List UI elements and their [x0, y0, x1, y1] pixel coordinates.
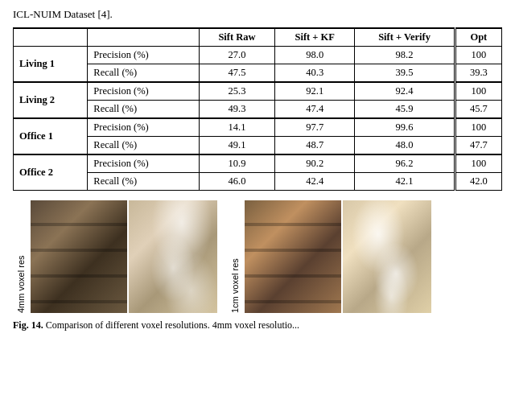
img-pair-1cm [245, 200, 431, 313]
scene-label: Office 2 [14, 154, 88, 191]
col-header-sift-verify: Sift + Verify [355, 28, 455, 47]
metric-label: Recall (%) [88, 137, 200, 155]
scene-label: Office 1 [14, 118, 88, 154]
caption-text: Comparison of different voxel resolution… [46, 319, 299, 331]
figure-caption: Fig. 14. Comparison of different voxel r… [13, 319, 502, 331]
opt-value: 45.7 [455, 101, 501, 119]
sift-kf-value: 92.1 [275, 82, 355, 101]
sift-raw-value: 49.1 [199, 137, 274, 155]
photo-4mm-color [31, 200, 127, 313]
image-group-1cm: 1cm voxel res [245, 200, 431, 313]
sift-kf-value: 42.4 [275, 173, 355, 191]
metric-label: Recall (%) [88, 64, 200, 83]
opt-value: 42.0 [455, 173, 501, 191]
col-header-sift-kf: Sift + KF [275, 28, 355, 47]
voxel-label-1cm: 1cm voxel res [230, 200, 240, 313]
metric-label: Precision (%) [88, 82, 200, 101]
opt-value: 100 [455, 118, 501, 137]
img-pair-4mm [31, 200, 217, 313]
scene-label: Living 2 [14, 82, 88, 118]
metric-label: Recall (%) [88, 101, 200, 119]
sift-raw-value: 14.1 [199, 118, 274, 137]
opt-value: 47.7 [455, 137, 501, 155]
metric-label: Precision (%) [88, 154, 200, 173]
sift-raw-value: 25.3 [199, 82, 274, 101]
intro-text: ICL-NUIM Dataset [4]. [13, 8, 502, 21]
sift-kf-value: 98.0 [275, 47, 355, 64]
sift-verify-value: 98.2 [355, 47, 455, 64]
sift-verify-value: 48.0 [355, 137, 455, 155]
voxel-label-4mm: 4mm voxel res [16, 200, 26, 313]
sift-raw-value: 10.9 [199, 154, 274, 173]
opt-value: 100 [455, 47, 501, 64]
photo-1cm-color [245, 200, 341, 313]
opt-value: 100 [455, 154, 501, 173]
sift-verify-value: 42.1 [355, 173, 455, 191]
sift-raw-value: 47.5 [199, 64, 274, 83]
sift-raw-value: 49.3 [199, 101, 274, 119]
scene-label: Living 1 [14, 47, 88, 83]
sift-kf-value: 90.2 [275, 154, 355, 173]
sift-kf-value: 47.4 [275, 101, 355, 119]
col-header-opt: Opt [455, 28, 501, 47]
sift-kf-value: 48.7 [275, 137, 355, 155]
col-header-metric [88, 28, 200, 47]
metric-label: Precision (%) [88, 118, 200, 137]
opt-value: 100 [455, 82, 501, 101]
sift-verify-value: 92.4 [355, 82, 455, 101]
sift-kf-value: 97.7 [275, 118, 355, 137]
photo-1cm-depth [343, 200, 431, 313]
opt-value: 39.3 [455, 64, 501, 83]
results-table: Sift Raw Sift + KF Sift + Verify Opt Liv… [13, 27, 502, 191]
sift-raw-value: 46.0 [199, 173, 274, 191]
col-header-scene [14, 28, 88, 47]
metric-label: Precision (%) [88, 47, 200, 64]
sift-kf-value: 40.3 [275, 64, 355, 83]
photo-4mm-depth [129, 200, 217, 313]
sift-verify-value: 39.5 [355, 64, 455, 83]
images-section: 4mm voxel res 1cm voxel res [13, 200, 502, 313]
image-group-4mm: 4mm voxel res [31, 200, 217, 313]
sift-raw-value: 27.0 [199, 47, 274, 64]
sift-verify-value: 45.9 [355, 101, 455, 119]
col-header-sift-raw: Sift Raw [199, 28, 274, 47]
sift-verify-value: 96.2 [355, 154, 455, 173]
sift-verify-value: 99.6 [355, 118, 455, 137]
metric-label: Recall (%) [88, 173, 200, 191]
caption-label: Fig. 14. [13, 319, 43, 331]
